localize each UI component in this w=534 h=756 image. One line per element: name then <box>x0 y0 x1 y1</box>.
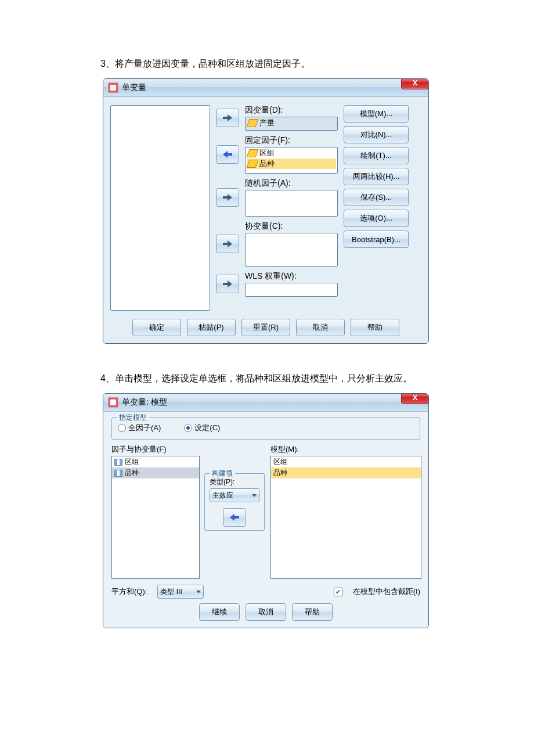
move-ff-button[interactable] <box>216 145 239 164</box>
factor-item: 品种 <box>125 468 139 478</box>
move-cov-button[interactable] <box>216 235 239 253</box>
save-button[interactable]: 保存(S)... <box>344 189 409 206</box>
step3-text: 3、将产量放进因变量，品种和区组放进固定因子。 <box>100 58 534 70</box>
contrast-button[interactable]: 对比(N)... <box>344 126 409 143</box>
close-icon[interactable]: X <box>401 78 429 89</box>
ff-item2: 品种 <box>259 159 275 169</box>
titlebar: 单变量 X <box>103 79 428 97</box>
source-variable-list[interactable] <box>110 105 210 311</box>
ff-item1: 区组 <box>259 148 275 159</box>
fixed-factor-list[interactable]: 区组 品种 <box>245 147 338 174</box>
factor-icon <box>114 470 122 477</box>
help-button[interactable]: 帮助 <box>292 603 333 621</box>
titlebar: 单变量: 模型 X <box>103 394 428 412</box>
type-combo[interactable]: 主效应 <box>210 488 259 502</box>
app-icon <box>108 82 118 93</box>
dialog-univariate: 单变量 X 因变量(D): 产量 固定因子(F): <box>103 78 429 344</box>
posthoc-button[interactable]: 两两比较(H)... <box>344 168 409 185</box>
specify-model-group: 指定模型 全因子(A) 设定(C) <box>111 417 420 440</box>
cancel-button[interactable]: 取消 <box>296 319 345 336</box>
build-terms-group: 构建项 类型(P): 主效应 <box>204 473 265 531</box>
dv-label: 因变量(D): <box>245 105 338 116</box>
app-icon <box>108 397 118 408</box>
paste-button[interactable]: 粘贴(P) <box>187 319 236 336</box>
factor-item: 区组 <box>125 457 139 467</box>
ss-label: 平方和(Q): <box>111 586 147 597</box>
scale-icon <box>246 160 258 168</box>
continue-button[interactable]: 继续 <box>199 603 240 621</box>
cancel-button[interactable]: 取消 <box>246 603 286 621</box>
move-dv-button[interactable] <box>216 109 239 127</box>
window-title: 单变量 <box>122 82 146 93</box>
factor-icon <box>114 459 122 466</box>
radio-custom[interactable]: 设定(C) <box>184 423 220 433</box>
specify-legend: 指定模型 <box>117 413 149 423</box>
model-terms-list[interactable]: 区组 品种 <box>270 456 421 579</box>
wls-label: WLS 权重(W): <box>245 271 338 282</box>
chevron-down-icon <box>252 494 257 497</box>
bootstrap-button[interactable]: Bootstrap(B)... <box>344 231 409 248</box>
model-terms-label: 模型(M): <box>270 444 420 455</box>
intercept-checkbox[interactable] <box>334 588 342 596</box>
factors-label: 因子与协变量(F) <box>111 444 199 455</box>
move-wls-button[interactable] <box>216 275 239 293</box>
ff-label: 固定因子(F): <box>245 135 338 146</box>
close-icon[interactable]: X <box>401 393 429 404</box>
radio-full-factorial[interactable]: 全因子(A) <box>118 423 161 433</box>
dialog-model: 单变量: 模型 X 指定模型 全因子(A) 设定(C) 因子与协变量(F) 区组… <box>103 393 429 628</box>
dv-item: 产量 <box>259 118 275 128</box>
ok-button[interactable]: 确定 <box>132 319 181 336</box>
model-term: 区组 <box>273 457 287 467</box>
random-factor-list[interactable] <box>245 190 338 217</box>
reset-button[interactable]: 重置(R) <box>241 319 290 336</box>
covariate-list[interactable] <box>245 233 338 267</box>
plot-button[interactable]: 绘制(T)... <box>344 147 409 164</box>
ss-combo[interactable]: 类型 III <box>157 585 204 599</box>
build-legend: 构建项 <box>210 469 235 478</box>
factors-list[interactable]: 区组 品种 <box>111 456 200 579</box>
step4-text: 4、单击模型，选择设定单选框，将品种和区组放进模型中，只分析主效应。 <box>100 373 534 385</box>
add-term-button[interactable] <box>223 508 246 527</box>
help-button[interactable]: 帮助 <box>351 319 399 336</box>
wls-field[interactable] <box>245 283 338 297</box>
dv-field[interactable]: 产量 <box>245 117 338 131</box>
window-title: 单变量: 模型 <box>122 397 167 408</box>
scale-icon <box>246 149 258 157</box>
options-button[interactable]: 选项(O)... <box>344 210 409 227</box>
cov-label: 协变量(C): <box>245 221 338 232</box>
scale-icon <box>246 119 258 127</box>
type-label: 类型(P): <box>210 477 259 487</box>
move-rf-button[interactable] <box>216 188 239 207</box>
intercept-label: 在模型中包含截距(I) <box>353 586 420 597</box>
chevron-down-icon <box>196 591 201 593</box>
model-button[interactable]: 模型(M)... <box>344 105 409 123</box>
rf-label: 随机因子(A): <box>245 178 338 189</box>
model-term: 品种 <box>273 468 287 478</box>
